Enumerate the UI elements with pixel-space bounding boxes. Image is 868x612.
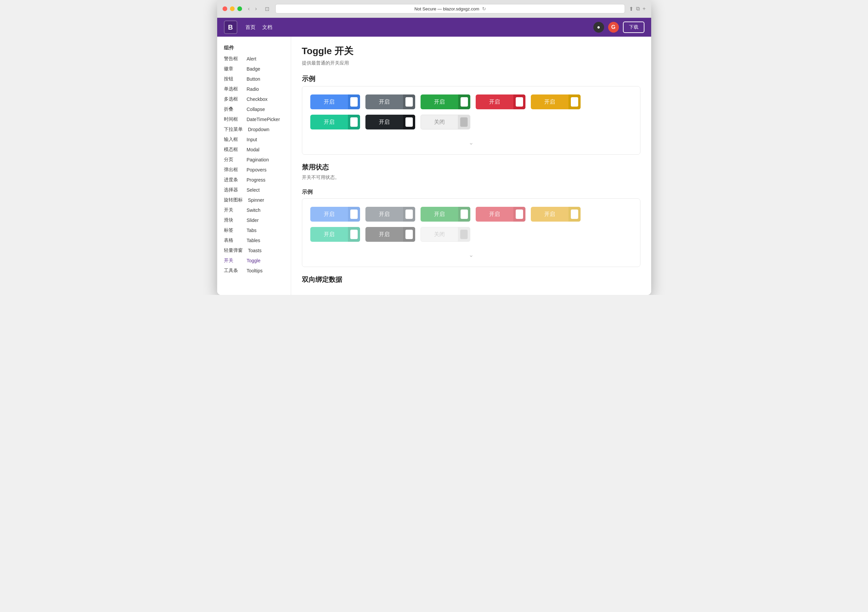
- toggle-blue-handle-area: [348, 95, 360, 109]
- sidebar-item-select[interactable]: 选择器 Select: [217, 185, 291, 195]
- sidebar-item-progress[interactable]: 进度条 Progress: [217, 175, 291, 185]
- sidebar-item-tables[interactable]: 表格 Tables: [217, 235, 291, 245]
- sidebar-item-button[interactable]: 按钮 Button: [217, 74, 291, 84]
- toggle-off-disabled: 关闭: [420, 227, 470, 242]
- reload-icon[interactable]: ↻: [482, 6, 486, 11]
- address-bar[interactable]: Not Secure — blazor.sdgxgz.com ↻: [275, 4, 625, 14]
- toggle-red-handle: [516, 97, 523, 107]
- section2-example-label: 示例: [302, 189, 640, 196]
- toggle-gray-label: 开启: [366, 95, 403, 109]
- sidebar-item-alert[interactable]: 警告框 Alert: [217, 54, 291, 64]
- back-button[interactable]: ‹: [246, 5, 252, 12]
- example-box-2-bottom: ⌄: [310, 247, 632, 259]
- toggle-blue-handle: [350, 97, 358, 107]
- toggle-green[interactable]: 开启: [420, 95, 470, 109]
- new-tab-button[interactable]: ⧉: [636, 6, 640, 12]
- sidebar-item-collapse[interactable]: 折叠 Collapse: [217, 104, 291, 114]
- nav-docs[interactable]: 文档: [262, 24, 272, 31]
- toggle-dark-handle: [405, 117, 413, 127]
- toggle-red-handle-area: [513, 95, 525, 109]
- sidebar-toggle-button[interactable]: ⊡: [263, 5, 271, 13]
- toggle-dark-label: 开启: [366, 115, 403, 129]
- toggle-red-label: 开启: [476, 95, 513, 109]
- sidebar-item-slider[interactable]: 滑块 Slider: [217, 215, 291, 225]
- toggle-green-label: 开启: [420, 95, 458, 109]
- g-label: G: [611, 24, 615, 30]
- nav-home[interactable]: 首页: [245, 24, 256, 31]
- title-bar: ‹ › ⊡ Not Secure — blazor.sdgxgz.com ↻ ⬆…: [217, 0, 651, 18]
- sidebar-item-toggle[interactable]: 开关 Toggle: [217, 256, 291, 266]
- traffic-lights: [223, 6, 242, 11]
- toggle-yellow-handle: [571, 97, 578, 107]
- toggle-dark[interactable]: 开启: [366, 115, 415, 129]
- toggle-off[interactable]: 关闭: [420, 115, 470, 129]
- sidebar-item-dropdown[interactable]: 下拉菜单 Dropdown: [217, 124, 291, 135]
- section1-title: 示例: [302, 74, 640, 83]
- minimize-button[interactable]: [230, 6, 235, 11]
- sidebar-item-radio[interactable]: 单选框 Radio: [217, 84, 291, 94]
- toggle-gray-handle: [405, 97, 413, 107]
- disabled-toggle-row-2: 开启 开启: [310, 227, 632, 242]
- sidebar-item-datetimepicker[interactable]: 时间框 DateTimePicker: [217, 114, 291, 124]
- address-text: Not Secure — blazor.sdgxgz.com: [414, 6, 479, 11]
- close-button[interactable]: [223, 6, 227, 11]
- app-container: B 首页 文档 ● G 下载 组件 警告框: [217, 18, 651, 295]
- chevron-down-icon[interactable]: ⌄: [469, 139, 474, 146]
- sidebar-item-tabs[interactable]: 标签 Tabs: [217, 225, 291, 235]
- toggle-yellow[interactable]: 开启: [531, 95, 581, 109]
- toggle-blue-label: 开启: [310, 95, 348, 109]
- toggle-blue-disabled: 开启: [310, 207, 360, 222]
- toggle-yellow-disabled: 开启: [531, 207, 581, 222]
- github-icon[interactable]: ●: [593, 22, 604, 33]
- toggle-dark-handle-area: [403, 115, 415, 129]
- toggle-teal-handle: [350, 117, 358, 127]
- toggle-teal-handle-area: [348, 115, 360, 129]
- nav-buttons: ‹ ›: [246, 5, 259, 12]
- sidebar-item-modal[interactable]: 模态框 Modal: [217, 144, 291, 155]
- toggle-yellow-label: 开启: [531, 95, 569, 109]
- sidebar-item-badge[interactable]: 徽章 Badge: [217, 64, 291, 74]
- toggle-red-disabled: 开启: [476, 207, 525, 222]
- g-icon[interactable]: G: [608, 22, 619, 33]
- toggle-gray[interactable]: 开启: [366, 95, 415, 109]
- share-button[interactable]: ⬆: [629, 6, 633, 12]
- toggle-green-handle-area: [458, 95, 470, 109]
- sidebar-item-input[interactable]: 输入框 Input: [217, 135, 291, 144]
- toggle-yellow-handle-area: [569, 95, 581, 109]
- toggle-blue[interactable]: 开启: [310, 95, 360, 109]
- logo[interactable]: B: [224, 20, 237, 34]
- toggle-green-handle: [460, 97, 468, 107]
- toggle-teal[interactable]: 开启: [310, 115, 360, 129]
- toggle-off-label: 关闭: [421, 115, 458, 129]
- add-tab-button[interactable]: +: [642, 6, 645, 12]
- download-button[interactable]: 下载: [623, 22, 645, 33]
- toggle-teal-label: 开启: [310, 115, 348, 129]
- toggle-dark-disabled: 开启: [366, 227, 415, 242]
- page-title: Toggle 开关: [302, 45, 640, 57]
- main-layout: 组件 警告框 Alert 徽章 Badge 按钮 Button 单选框 Radi…: [217, 37, 651, 295]
- main-content: Toggle 开关 提供最普通的开关应用 示例 开启: [291, 37, 651, 295]
- sidebar-item-popovers[interactable]: 弹出框 Popovers: [217, 165, 291, 175]
- top-nav: B 首页 文档 ● G 下载: [217, 18, 651, 37]
- example-box-1-bottom: ⌄: [310, 135, 632, 146]
- sidebar-item-switch[interactable]: 开关 Switch: [217, 205, 291, 215]
- nav-right: ● G 下载: [593, 22, 645, 33]
- toggle-gray-disabled: 开启: [366, 207, 415, 222]
- sidebar-item-spinner[interactable]: 旋转图标 Spinner: [217, 195, 291, 205]
- logo-text: B: [228, 23, 232, 31]
- section3-title: 双向绑定数据: [302, 275, 640, 284]
- example-box-1: 开启 开启: [302, 86, 640, 155]
- forward-button[interactable]: ›: [253, 5, 259, 12]
- toggle-teal-disabled: 开启: [310, 227, 360, 242]
- toggle-off-handle-area: [458, 115, 470, 129]
- sidebar-item-checkbox[interactable]: 多选框 Checkbox: [217, 94, 291, 104]
- sidebar-section-title: 组件: [217, 42, 291, 54]
- toggle-off-handle: [460, 117, 468, 127]
- sidebar-item-toasts[interactable]: 轻量弹窗 Toasts: [217, 245, 291, 256]
- sidebar-item-pagination[interactable]: 分页 Pagination: [217, 155, 291, 165]
- maximize-button[interactable]: [237, 6, 242, 11]
- toggle-red[interactable]: 开启: [476, 95, 525, 109]
- sidebar: 组件 警告框 Alert 徽章 Badge 按钮 Button 单选框 Radi…: [217, 37, 291, 295]
- sidebar-item-tooltips[interactable]: 工具条 Tooltips: [217, 266, 291, 276]
- chevron-down-icon-2[interactable]: ⌄: [469, 251, 474, 259]
